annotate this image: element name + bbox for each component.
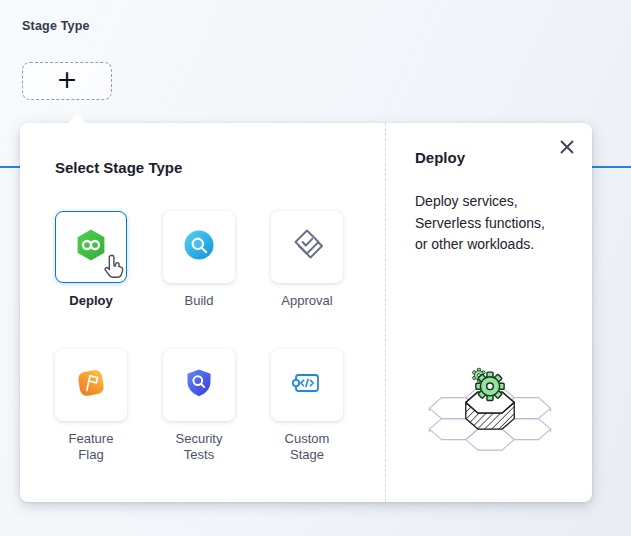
feature-flag-card[interactable] [55, 349, 127, 421]
security-tests-card[interactable] [163, 349, 235, 421]
deploy-illustration [414, 356, 566, 464]
close-icon [559, 139, 575, 158]
deploy-card[interactable] [55, 211, 127, 283]
approval-card[interactable] [271, 211, 343, 283]
detail-description-line: Serverless functions, [415, 213, 545, 235]
stage-option-custom-stage[interactable]: Custom Stage [271, 349, 343, 463]
detail-description-line: Deploy services, [415, 191, 545, 213]
stage-option-build[interactable]: Build [163, 211, 235, 309]
stage-label-custom-stage: Custom Stage [271, 431, 343, 463]
detail-description: Deploy services, Serverless functions, o… [415, 191, 545, 256]
plus-icon: + [57, 67, 78, 92]
build-icon [183, 229, 215, 265]
stage-type-label: Stage Type [22, 19, 90, 33]
stage-label-security-tests: Security Tests [163, 431, 235, 463]
stage-label-deploy: Deploy [69, 293, 112, 309]
panel-divider [385, 123, 386, 502]
custom-stage-card[interactable] [271, 349, 343, 421]
stage-option-feature-flag[interactable]: Feature Flag [55, 349, 127, 463]
select-stage-type-popover: Select Stage Type [20, 123, 592, 502]
stage-type-grid: Deploy Build [55, 211, 343, 463]
feature-flag-icon [73, 365, 109, 405]
security-tests-icon [181, 365, 217, 405]
popover-caret [67, 114, 87, 124]
popover-title: Select Stage Type [55, 159, 182, 176]
stage-label-approval: Approval [281, 293, 332, 309]
gear-on-hexagons-illustration [414, 446, 566, 463]
detail-title: Deploy [415, 149, 465, 166]
add-stage-button[interactable]: + [22, 62, 112, 100]
stage-option-security-tests[interactable]: Security Tests [163, 349, 235, 463]
approval-icon [288, 226, 326, 268]
stage-option-deploy[interactable]: Deploy [55, 211, 127, 309]
stage-label-feature-flag: Feature Flag [55, 431, 127, 463]
detail-description-line: or other workloads. [415, 234, 545, 256]
deploy-icon [74, 228, 108, 266]
custom-stage-icon [289, 365, 325, 405]
stage-option-approval[interactable]: Approval [271, 211, 343, 309]
build-card[interactable] [163, 211, 235, 283]
stage-type-screen: Stage Type + Select Stage Type [0, 0, 631, 536]
stage-label-build: Build [185, 293, 214, 309]
close-button[interactable] [556, 137, 578, 159]
